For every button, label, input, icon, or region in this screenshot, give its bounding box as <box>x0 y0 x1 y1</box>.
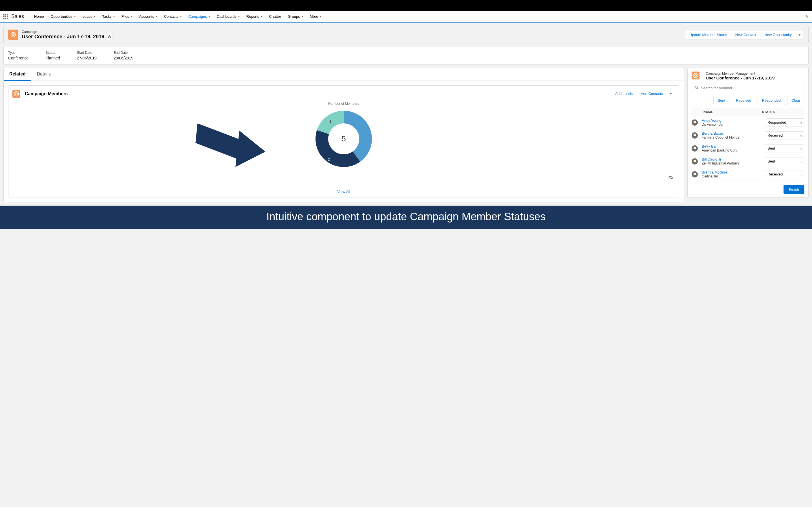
nav-tab-leads[interactable]: Leads▾ <box>79 11 99 22</box>
nav-tab-label: Dashboards <box>217 14 237 18</box>
chevron-down-icon[interactable]: ▾ <box>238 15 240 18</box>
chevron-down-icon[interactable]: ▾ <box>113 15 115 18</box>
svg-point-24 <box>694 174 695 174</box>
nav-tab-campaigns[interactable]: Campaigns▾ <box>185 11 213 22</box>
chevron-down-icon[interactable]: ▾ <box>320 15 321 18</box>
chart-segment-label: 2 <box>357 132 359 136</box>
record-name-text: User Conference - Jun 17-19, 2019 <box>22 34 104 40</box>
status-value: Responded <box>767 120 786 124</box>
member-name-link[interactable]: Betty Bair <box>702 144 765 149</box>
highlight-field: StatusPlanned <box>45 51 60 60</box>
status-value: Received <box>767 172 783 176</box>
nav-tab-groups[interactable]: Groups▾ <box>285 11 306 22</box>
member-name-link[interactable]: Brenda Mcclure <box>702 170 765 174</box>
chevron-down-icon[interactable]: ▾ <box>302 15 303 18</box>
record-tabs: Related Details <box>4 68 684 81</box>
nav-tab-label: Opportunities <box>51 14 72 18</box>
app-launcher-icon[interactable] <box>3 14 8 19</box>
member-name-link[interactable]: Bill Dadio Jr <box>702 157 765 161</box>
chat-icon[interactable] <box>692 145 698 152</box>
nav-tab-reports[interactable]: Reports▾ <box>243 11 266 22</box>
nav-tab-label: Campaigns <box>188 14 207 18</box>
caption-bar: Intuitive component to update Campaign M… <box>0 206 812 229</box>
left-column: Related Details Campaign Members Add Lea… <box>3 68 684 202</box>
filter-received-button[interactable]: Received <box>732 96 755 105</box>
svg-point-17 <box>695 135 695 135</box>
chevron-down-icon[interactable]: ▾ <box>94 15 95 18</box>
add-contacts-button[interactable]: Add Contacts <box>637 89 667 98</box>
highlight-field: TypeConference <box>8 51 29 60</box>
highlight-panel: TypeConferenceStatusPlannedStart Date27/… <box>3 47 809 64</box>
tab-details[interactable]: Details <box>31 68 56 80</box>
nav-tab-contacts[interactable]: Contacts▾ <box>161 11 185 22</box>
panel-title: User Conference - Jun 17-19, 2019 <box>706 75 774 80</box>
highlight-value: Conference <box>8 56 29 60</box>
nav-tab-label: Contacts <box>164 14 179 18</box>
nav-tab-label: Files <box>121 14 129 18</box>
status-value: Received <box>767 133 783 137</box>
status-select[interactable]: Responded ▴▾ <box>765 118 804 126</box>
svg-point-6 <box>14 91 19 96</box>
tab-related[interactable]: Related <box>4 68 31 81</box>
status-select[interactable]: Sent ▴▾ <box>765 144 804 152</box>
chat-icon[interactable] <box>692 158 698 165</box>
member-search-input[interactable] <box>701 86 801 90</box>
edit-nav-icon[interactable]: ✎ <box>805 14 809 19</box>
member-search[interactable] <box>692 83 804 93</box>
member-name-link[interactable]: Bertha Boxer <box>702 131 765 135</box>
view-all-link[interactable]: View All <box>8 186 679 197</box>
chat-icon[interactable] <box>692 171 698 177</box>
svg-point-16 <box>695 135 695 135</box>
col-name-header: NAME <box>692 110 762 114</box>
finish-button[interactable]: Finish <box>783 185 804 194</box>
filter-responded-button[interactable]: Responded <box>758 96 785 105</box>
filter-sent-button[interactable]: Sent <box>713 96 729 105</box>
nav-tab-home[interactable]: Home <box>31 11 47 22</box>
nav-tab-opportunities[interactable]: Opportunities▾ <box>47 11 79 22</box>
campaign-icon <box>12 90 20 98</box>
status-select[interactable]: Sent ▴▾ <box>765 157 804 165</box>
stepper-arrows-icon: ▴▾ <box>801 147 802 150</box>
svg-point-19 <box>695 148 695 148</box>
new-opportunity-button[interactable]: New Opportunity <box>760 30 796 40</box>
member-management-panel: Campaign Member Management User Conferen… <box>688 68 809 198</box>
filter-clear-button[interactable]: Clear <box>787 96 804 105</box>
chevron-down-icon[interactable]: ▾ <box>261 15 262 18</box>
update-member-status-button[interactable]: Update Member Status <box>685 30 731 40</box>
chevron-down-icon[interactable]: ▾ <box>180 15 182 18</box>
new-contact-button[interactable]: New Contact <box>731 30 760 40</box>
header-actions-more-button[interactable]: ▾ <box>796 30 804 40</box>
chart-segment-label: 1 <box>329 120 332 124</box>
gear-icon[interactable] <box>669 175 673 180</box>
nav-tab-tasks[interactable]: Tasks▾ <box>99 11 118 22</box>
member-name-link[interactable]: Andy Young <box>702 118 765 122</box>
member-row: Andy Young Dickenson plc Responded ▴▾ <box>692 116 804 129</box>
chevron-down-icon[interactable]: ▾ <box>209 15 210 18</box>
chart-center-value: 5 <box>342 134 346 144</box>
status-select[interactable]: Received ▴▾ <box>765 131 804 139</box>
highlight-value: 29/06/2019 <box>114 56 133 60</box>
hierarchy-icon[interactable] <box>107 34 113 39</box>
status-select[interactable]: Received ▴▾ <box>765 170 804 178</box>
top-black-bar <box>0 0 812 11</box>
global-nav: Sales HomeOpportunities▾Leads▾Tasks▾File… <box>0 11 812 22</box>
member-row: Brenda Mcclure Cadinal Inc. Received ▴▾ <box>692 168 804 181</box>
add-leads-button[interactable]: Add Leads <box>611 89 637 98</box>
nav-tab-dashboards[interactable]: Dashboards▾ <box>213 11 243 22</box>
nav-tab-label: Tasks <box>102 14 111 18</box>
nav-tab-more[interactable]: More▾ <box>306 11 325 22</box>
nav-tab-accounts[interactable]: Accounts▾ <box>136 11 160 22</box>
donut-chart: Number of Members 5 2 2 1 <box>8 102 679 186</box>
chart-title: Number of Members <box>8 102 679 106</box>
highlight-value: 27/06/2019 <box>77 56 97 60</box>
nav-tab-files[interactable]: Files▾ <box>118 11 136 22</box>
nav-tab-chatter[interactable]: Chatter <box>266 11 285 22</box>
chevron-down-icon[interactable]: ▾ <box>131 15 132 18</box>
chat-icon[interactable] <box>692 132 698 138</box>
chat-icon[interactable] <box>692 119 698 126</box>
status-value: Sent <box>767 146 775 151</box>
chevron-down-icon[interactable]: ▾ <box>74 15 75 18</box>
card-actions-more-button[interactable]: ▾ <box>667 89 675 98</box>
app-name: Sales <box>11 13 24 19</box>
chevron-down-icon[interactable]: ▾ <box>156 15 157 18</box>
